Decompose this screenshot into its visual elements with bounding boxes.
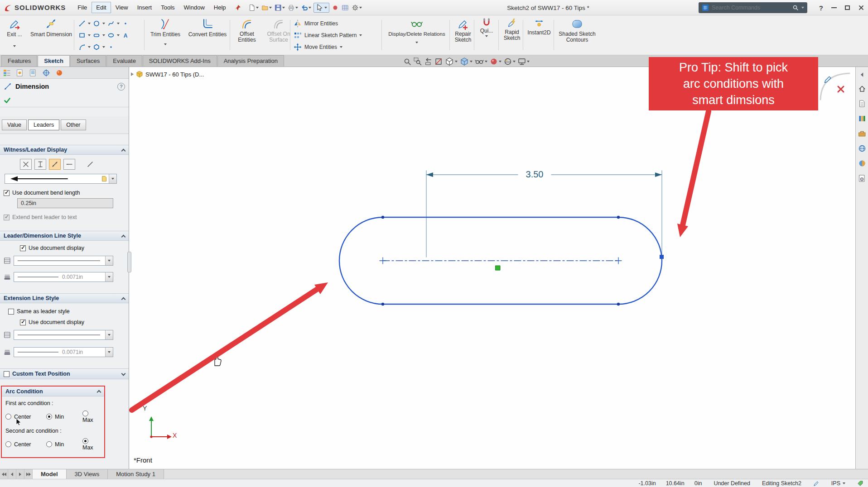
menu-insert[interactable]: Insert xyxy=(133,2,157,13)
dropdown-caret[interactable] xyxy=(513,61,516,62)
minimize-button[interactable] xyxy=(831,7,837,8)
dropdown-caret[interactable] xyxy=(309,7,311,9)
witness-none-toggle[interactable] xyxy=(63,159,75,170)
save-button[interactable] xyxy=(274,4,285,12)
pm-tab-value[interactable]: Value xyxy=(2,119,27,130)
design-library-icon[interactable] xyxy=(858,115,866,123)
editing-status[interactable]: Editing Sketch2 xyxy=(762,480,801,487)
zoom-to-area-button[interactable] xyxy=(414,57,422,66)
ext-use-doc-display-row[interactable]: Use document display xyxy=(0,318,129,327)
dropdown-caret[interactable] xyxy=(843,482,845,484)
units-selector[interactable]: IPS xyxy=(831,480,845,487)
zoom-to-fit-button[interactable] xyxy=(403,57,411,66)
tag-status-icon[interactable] xyxy=(857,480,863,487)
dropdown-button[interactable] xyxy=(105,348,113,357)
dropdown-caret[interactable] xyxy=(117,34,120,36)
smart-dimension-button[interactable]: Smart Dimension xyxy=(28,16,74,54)
display-delete-relations-button[interactable]: Display/Delete Relations xyxy=(385,16,448,54)
rectangle-tool[interactable] xyxy=(77,30,87,40)
menu-window[interactable]: Window xyxy=(179,2,209,13)
dropdown-caret[interactable] xyxy=(359,34,362,36)
open-button[interactable] xyxy=(261,4,272,12)
dropdown-caret[interactable] xyxy=(256,7,259,9)
custom-text-position-checkbox[interactable] xyxy=(4,371,10,377)
propertymanager-icon[interactable] xyxy=(16,69,24,77)
dropdown-caret[interactable] xyxy=(340,46,342,48)
home-icon[interactable] xyxy=(858,85,866,93)
arrow-style-dropdown[interactable] xyxy=(5,174,117,184)
dropdown-button[interactable] xyxy=(105,330,113,339)
use-doc-bend-length-row[interactable]: Use document bend length xyxy=(0,188,129,197)
cancel-sketch-x-icon[interactable] xyxy=(837,85,845,93)
point-tool[interactable] xyxy=(121,19,130,29)
dropdown-caret[interactable] xyxy=(88,34,91,36)
offset-entities-button[interactable]: Offset Entities xyxy=(233,16,261,43)
leader-line-style-dropdown[interactable] xyxy=(14,256,113,266)
tab-scroll-first-button[interactable] xyxy=(0,469,8,479)
tab-solidworks-add-ins[interactable]: SOLIDWORKS Add-Ins xyxy=(143,55,217,67)
linear-sketch-pattern-button[interactable]: Linear Sketch Pattern xyxy=(294,29,381,41)
menu-edit[interactable]: Edit xyxy=(92,2,111,13)
convert-entities-button[interactable]: Convert Entities xyxy=(186,16,229,54)
arc-condition-section-header[interactable]: Arc Condition xyxy=(2,387,104,396)
edit-appearance-button[interactable] xyxy=(490,57,502,66)
line-tool[interactable] xyxy=(77,19,87,29)
dropdown-caret[interactable] xyxy=(282,7,285,9)
dropdown-caret[interactable] xyxy=(455,61,458,62)
bend-length-field[interactable] xyxy=(17,198,113,208)
tab-evaluate[interactable]: Evaluate xyxy=(106,55,142,67)
feature-tree-flyout[interactable]: SWW17 - 60 Tips (D... xyxy=(131,71,204,78)
dropdown-button[interactable] xyxy=(105,272,113,282)
collapse-chevron-icon[interactable] xyxy=(121,234,126,239)
section-view-button[interactable] xyxy=(434,57,443,66)
first-center-radio[interactable]: Center xyxy=(5,414,46,420)
ext-use-doc-display-checkbox[interactable] xyxy=(20,320,26,325)
ok-check-icon[interactable] xyxy=(4,97,11,104)
exit-sketch-button[interactable]: Exit ... xyxy=(2,16,27,54)
leader-use-doc-display-checkbox[interactable] xyxy=(20,245,26,251)
options-button[interactable] xyxy=(351,4,362,12)
close-icon[interactable] xyxy=(858,5,864,11)
collapse-chevron-icon[interactable] xyxy=(121,297,126,301)
dimxpertmanager-icon[interactable] xyxy=(42,69,50,77)
shaded-sketch-contours-button[interactable]: Shaded Sketch Contours xyxy=(555,16,599,54)
previous-view-button[interactable] xyxy=(424,57,432,66)
bom-table-button[interactable] xyxy=(341,4,349,12)
confirm-sketch-icon[interactable] xyxy=(823,74,833,84)
first-max-radio[interactable]: Max xyxy=(82,411,101,423)
leader-line-style-section-header[interactable]: Leader/Dimension Line Style xyxy=(0,231,129,241)
collapse-pane-icon[interactable] xyxy=(859,72,865,78)
dropdown-caret[interactable] xyxy=(102,23,105,24)
display-style-button[interactable] xyxy=(460,57,473,66)
collapse-chevron-icon[interactable] xyxy=(121,148,126,153)
text-tool[interactable]: A xyxy=(121,30,130,40)
second-min-radio[interactable]: Min xyxy=(46,441,82,448)
construction-point-tool[interactable] xyxy=(106,42,116,52)
instant2d-button[interactable]: Instant2D xyxy=(525,16,554,54)
view-orientation-button[interactable] xyxy=(445,57,458,66)
leader-use-doc-display-row[interactable]: Use document display xyxy=(0,244,129,253)
dropdown-button[interactable] xyxy=(105,256,113,265)
collapse-chevron-icon[interactable] xyxy=(97,390,101,395)
quick-snaps-button[interactable]: Qui... xyxy=(476,16,497,54)
dropdown-caret[interactable] xyxy=(324,7,327,9)
configurationmanager-icon[interactable] xyxy=(29,69,37,77)
maximize-button[interactable] xyxy=(845,5,850,10)
arc-tool[interactable] xyxy=(77,42,87,52)
dropdown-caret[interactable] xyxy=(88,23,91,24)
dimension-value-text[interactable]: 3.50 xyxy=(518,169,551,180)
menu-help[interactable]: Help xyxy=(209,2,231,13)
tab-features[interactable]: Features xyxy=(1,55,37,67)
circle-tool[interactable] xyxy=(92,19,101,29)
dropdown-caret[interactable] xyxy=(269,7,272,9)
tab-scroll-next-button[interactable] xyxy=(16,469,24,479)
dropdown-caret[interactable] xyxy=(295,7,298,9)
slot-tool[interactable] xyxy=(92,30,101,40)
tab-3d-views[interactable]: 3D Views xyxy=(67,469,108,479)
tab-model[interactable]: Model xyxy=(33,469,67,479)
search-input[interactable] xyxy=(712,5,790,11)
tab-surfaces[interactable]: Surfaces xyxy=(70,55,106,67)
graphics-area[interactable]: SWW17 - 60 Tips (D... 3.50 Y X *Front xyxy=(129,67,855,469)
search-scope-caret[interactable] xyxy=(801,7,804,9)
leader-line-thickness-dropdown[interactable]: 0.0071in xyxy=(14,272,113,282)
